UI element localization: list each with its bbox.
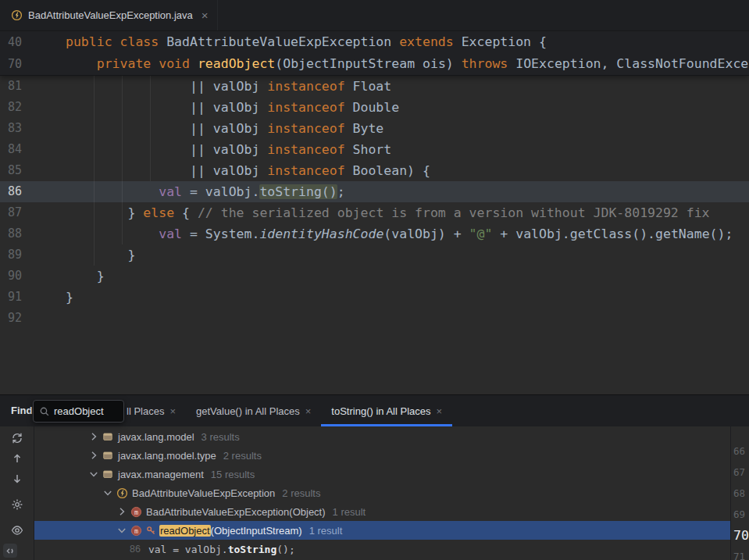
usage-line-number: 86 (130, 544, 141, 555)
code-line[interactable]: 40public class BadAttributeValueExpExcep… (0, 31, 749, 53)
preview-line-number: 67 (733, 462, 749, 483)
code-line[interactable]: 88 val = System.identityHashCode(valObj)… (0, 223, 749, 244)
eye-button[interactable] (7, 522, 27, 542)
line-number[interactable]: 91 (0, 287, 66, 308)
close-icon[interactable]: × (169, 406, 176, 416)
preview-line-number: 70 (733, 526, 749, 546)
result-count: 3 results (202, 431, 240, 443)
code-text: } (66, 287, 73, 308)
result-count: 2 results (282, 487, 320, 499)
code-line[interactable]: 87 } else { // the serialized object is … (0, 202, 749, 223)
code-text: || valObj instanceof Boolean) { (66, 160, 430, 181)
code-line[interactable]: 86 val = valObj.toString(); (0, 181, 749, 202)
result-label: javax.lang.model (118, 431, 194, 443)
result-row[interactable]: mreadObject(ObjectInputStream)1 result (34, 521, 730, 540)
code-line[interactable]: 92 (0, 308, 749, 329)
code-line[interactable]: 83 || valObj instanceof Byte (0, 118, 749, 139)
refresh-icon (11, 432, 23, 448)
find-tab[interactable]: toString() in All Places× (321, 395, 452, 426)
code-line[interactable]: 70 private void readObject(ObjectInputSt… (0, 53, 749, 75)
result-row[interactable]: javax.lang.model.type2 results (34, 446, 730, 465)
close-icon[interactable]: × (305, 406, 312, 416)
results-tree: javax.lang.model3 resultsjavax.lang.mode… (34, 426, 730, 560)
refresh-button[interactable] (7, 430, 27, 450)
code-text: public class BadAttributeValueExpExcepti… (66, 31, 547, 53)
search-box[interactable] (33, 400, 124, 423)
class-icon (116, 487, 128, 499)
code-editor[interactable]: 40public class BadAttributeValueExpExcep… (0, 31, 749, 394)
code-line[interactable]: 85 || valObj instanceof Boolean) { (0, 160, 749, 181)
code-line[interactable]: 82 || valObj instanceof Double (0, 97, 749, 118)
line-number[interactable]: 40 (0, 31, 66, 53)
line-number[interactable]: 87 (0, 202, 66, 223)
result-row[interactable]: mBadAttributeValueExpException(Object)1 … (34, 502, 730, 521)
code-popup-icon[interactable] (3, 544, 17, 558)
method-icon: m (130, 524, 142, 537)
code-text: || valObj instanceof Short (66, 139, 391, 160)
result-label: javax.lang.model.type (118, 450, 216, 462)
code-text: || valObj instanceof Float (66, 76, 391, 97)
editor-tab[interactable]: BadAttributeValueExpException.java × (0, 0, 218, 30)
line-number[interactable]: 84 (0, 139, 66, 160)
usage-row[interactable]: 86val = valObj.toString(); (34, 540, 730, 558)
ide-window: { "theme": { "bg": "#2b2b2b", "panel": "… (0, 0, 749, 560)
find-tab[interactable]: getValue() in All Places× (186, 395, 321, 426)
result-count: 15 results (211, 469, 255, 480)
usage-code: val = valObj.toString(); (148, 544, 295, 555)
code-text: || valObj instanceof Double (66, 97, 399, 118)
result-row[interactable]: javax.lang.model3 results (34, 427, 730, 446)
preview-line-number: 68 (733, 483, 749, 504)
package-icon (102, 468, 114, 480)
line-number[interactable]: 92 (0, 308, 66, 329)
chevron-right-icon (87, 430, 100, 443)
search-icon (39, 406, 50, 417)
code-line[interactable]: 84 || valObj instanceof Short (0, 139, 749, 160)
method-icon: m (130, 505, 142, 518)
close-icon[interactable]: × (202, 9, 209, 21)
code-text: || valObj instanceof Byte (66, 118, 383, 139)
result-count: 2 results (223, 450, 262, 462)
code-text: val = valObj.toString(); (66, 181, 345, 202)
find-tab-label: getValue() in All Places (196, 405, 300, 417)
class-icon (10, 9, 23, 22)
find-panel-header: Find ll Places×getValue() in All Places×… (0, 394, 749, 426)
find-tab-label: ll Places (127, 405, 164, 417)
line-number[interactable]: 86 (0, 181, 66, 202)
line-number[interactable]: 81 (0, 76, 66, 97)
result-label: (ObjectInputStream) (211, 525, 302, 537)
svg-text:m: m (134, 526, 137, 534)
result-label: javax.management (118, 469, 204, 480)
code-line[interactable]: 81 || valObj instanceof Float (0, 76, 749, 97)
result-row[interactable]: javax.management15 results (34, 465, 730, 483)
package-icon (102, 449, 114, 462)
line-number[interactable]: 85 (0, 160, 66, 181)
line-number[interactable]: 70 (0, 53, 66, 75)
sticky-lines: 40public class BadAttributeValueExpExcep… (0, 31, 749, 76)
key-icon (146, 526, 156, 536)
indent-guide (94, 76, 95, 266)
line-number[interactable]: 82 (0, 97, 66, 118)
line-number[interactable]: 90 (0, 266, 66, 287)
arrow-down-button[interactable] (7, 470, 27, 490)
panel-title: Find (11, 395, 32, 426)
result-label: BadAttributeValueExpException(Object) (146, 506, 326, 518)
preview-line-number: 66 (733, 441, 749, 462)
line-number[interactable]: 88 (0, 223, 66, 244)
code-text: } (66, 244, 135, 266)
find-tab-label: toString() in All Places (331, 405, 430, 417)
line-number[interactable]: 83 (0, 118, 66, 139)
close-icon[interactable]: × (437, 406, 443, 416)
line-number[interactable]: 89 (0, 244, 66, 266)
chevron-down-icon (87, 468, 100, 480)
find-tab[interactable]: ll Places× (125, 395, 186, 426)
result-row[interactable]: BadAttributeValueExpException2 results (34, 483, 730, 502)
code-line[interactable]: 91} (0, 287, 749, 308)
result-count: 1 result (333, 506, 366, 518)
chevron-right-icon (116, 505, 128, 518)
code-line[interactable]: 90 } (0, 266, 749, 287)
code-line[interactable]: 89 } (0, 244, 749, 266)
package-icon (102, 430, 114, 443)
arrow-up-button[interactable] (7, 450, 27, 470)
search-input[interactable] (54, 405, 118, 417)
gear-button[interactable] (7, 496, 27, 516)
